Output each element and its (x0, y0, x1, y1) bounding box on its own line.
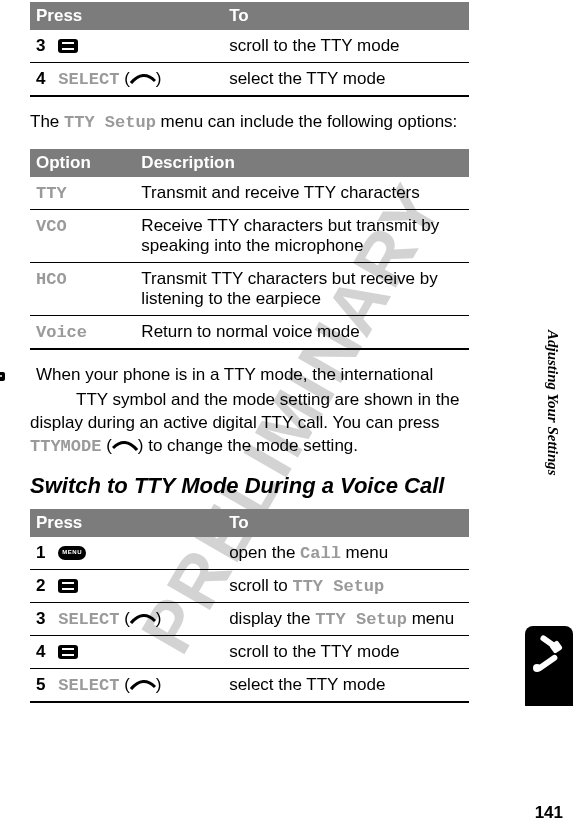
table-row: Voice Return to normal voice mode (30, 315, 469, 349)
nav-key-icon (58, 39, 78, 53)
section-side-label: Adjusting Your Settings (544, 330, 561, 476)
close-paren: ) (156, 69, 162, 88)
text: to change the mode setting. (144, 436, 359, 455)
intro-paragraph: The TTY Setup menu can include the follo… (30, 111, 469, 135)
softkey-label: SELECT (58, 70, 119, 89)
page-number: 141 (535, 803, 563, 823)
table-row: 3 scroll to the TTY mode (30, 30, 469, 63)
t1-header-press: Press (30, 2, 223, 30)
text: display the (229, 609, 315, 628)
table-row: VCO Receive TTY characters but transmit … (30, 209, 469, 262)
t3-header-press: Press (30, 509, 223, 537)
text: menu can include the following options: (156, 112, 457, 131)
softkey-label: SELECT (58, 610, 119, 629)
right-softkey-icon (130, 73, 156, 85)
option-desc: Transmit TTY characters but receive by l… (135, 262, 469, 315)
text: The (30, 112, 64, 131)
text: scroll to (229, 576, 292, 595)
ttymode-label: TTYMODE (30, 437, 101, 456)
page-content: Press To 3 scroll to the TTY mode 4 SELE… (0, 0, 527, 703)
svg-point-10 (533, 664, 541, 672)
table-row: 1 open the Call menu (30, 537, 469, 570)
settings-tab-icon (525, 626, 573, 706)
steps-table-2: Press To 1 open the Call menu 2 scroll t… (30, 509, 469, 703)
text: display during an active digital TTY cal… (30, 413, 440, 432)
menu-key-icon (58, 546, 86, 560)
table-row: 4 SELECT () select the TTY mode (30, 63, 469, 97)
nav-key-icon (58, 579, 78, 593)
t1-header-to: To (223, 2, 469, 30)
text: menu (407, 609, 454, 628)
t2-header-description: Description (135, 149, 469, 177)
table-row: 3 SELECT () display the TTY Setup menu (30, 602, 469, 635)
steps-table-1: Press To 3 scroll to the TTY mode 4 SELE… (30, 2, 469, 97)
table-row: TTY Transmit and receive TTY characters (30, 177, 469, 210)
table-row: 5 SELECT () select the TTY mode (30, 668, 469, 702)
tty-mode-paragraph: When your phone is in a TTY mode, the in… (30, 364, 469, 459)
step-number: 2 (36, 576, 45, 595)
close-paren: ) (156, 609, 162, 628)
softkey-label: SELECT (58, 676, 119, 695)
text: menu (341, 543, 388, 562)
text: open the (229, 543, 300, 562)
tty-setup-label: TTY Setup (292, 577, 384, 596)
section-heading: Switch to TTY Mode During a Voice Call (30, 473, 469, 499)
right-softkey-icon (130, 613, 156, 625)
step-number: 3 (36, 36, 45, 55)
step-number: 4 (36, 69, 45, 88)
tty-setup-label: TTY Setup (64, 113, 156, 132)
tty-setup-label: TTY Setup (315, 610, 407, 629)
step-number: 4 (36, 642, 45, 661)
options-table: Option Description TTY Transmit and rece… (30, 149, 469, 350)
step-action: select the TTY mode (223, 63, 469, 97)
t3-header-to: To (223, 509, 469, 537)
step-number: 5 (36, 675, 45, 694)
text: scroll to the TTY mode (229, 642, 399, 661)
step-number: 1 (36, 543, 45, 562)
step-number: 3 (36, 609, 45, 628)
option-vco: VCO (36, 217, 67, 236)
text: select the TTY mode (229, 675, 385, 694)
text: TTY symbol and the mode setting are show… (76, 390, 459, 409)
close-paren: ) (156, 675, 162, 694)
table-row: 2 scroll to TTY Setup (30, 569, 469, 602)
call-label: Call (300, 544, 341, 563)
table-row: HCO Transmit TTY characters but receive … (30, 262, 469, 315)
option-voice: Voice (36, 323, 87, 342)
right-softkey-icon (130, 679, 156, 691)
svg-point-6 (0, 375, 2, 377)
option-tty: TTY (36, 184, 67, 203)
table-row: 4 scroll to the TTY mode (30, 635, 469, 668)
left-softkey-icon (112, 440, 138, 452)
text: When your phone is in a TTY mode, the in… (36, 365, 433, 384)
option-desc: Return to normal voice mode (135, 315, 469, 349)
t2-header-option: Option (30, 149, 135, 177)
nav-key-icon (58, 645, 78, 659)
step-action: scroll to the TTY mode (223, 30, 469, 63)
option-desc: Transmit and receive TTY characters (135, 177, 469, 210)
option-desc: Receive TTY characters but transmit by s… (135, 209, 469, 262)
option-hco: HCO (36, 270, 67, 289)
